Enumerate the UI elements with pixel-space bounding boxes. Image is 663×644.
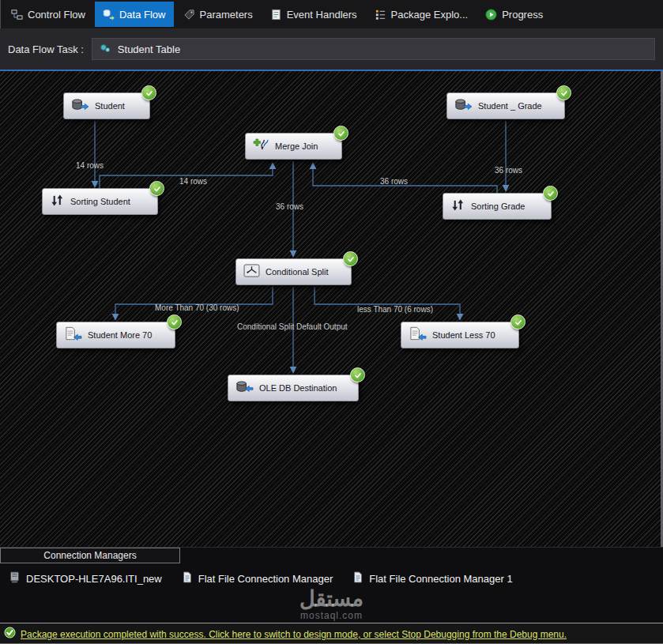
flat-file-connection-icon [353, 571, 363, 586]
tab-progress[interactable]: Progress [477, 2, 551, 27]
progress-icon [485, 9, 497, 21]
sort-icon [50, 194, 65, 210]
success-check-icon [350, 367, 365, 382]
parameters-icon [183, 9, 195, 21]
edge-label-rows: 36 rows [495, 166, 522, 175]
connection-manager-item[interactable]: Flat File Connection Manager [183, 571, 333, 586]
tab-package-explorer[interactable]: Package Explo... [367, 2, 477, 27]
success-check-icon [149, 181, 164, 196]
event-handlers-icon [270, 9, 282, 21]
tab-label: Progress [502, 9, 543, 21]
ole-db-destination-icon [235, 380, 254, 397]
edge-label-condition: less Than 70 (6 rows) [357, 305, 433, 314]
data-flow-canvas[interactable]: 14 rows 14 rows 36 rows 36 rows 36 rows … [0, 71, 663, 547]
edge-label-rows: 36 rows [380, 177, 408, 186]
merge-join-icon [253, 138, 269, 155]
success-check-icon [333, 126, 348, 141]
flat-file-destination-icon [409, 326, 427, 344]
connection-managers-tab[interactable]: Connection Managers [0, 548, 180, 563]
data-flow-task-selector[interactable]: Student Table [92, 38, 655, 60]
sort-icon [450, 198, 465, 215]
edge-label-rows: 14 rows [76, 161, 104, 170]
server-connection-icon [9, 571, 20, 586]
tab-label: Event Handlers [287, 9, 357, 21]
control-flow-icon [11, 9, 23, 21]
tab-parameters[interactable]: Parameters [175, 2, 261, 27]
package-explorer-icon [375, 9, 386, 21]
tab-label: Package Explo... [391, 9, 469, 21]
watermark-domain: mostaql.com [299, 610, 364, 621]
success-check-icon [141, 85, 156, 100]
node-sorting-grade[interactable]: Sorting Grade [443, 193, 552, 220]
tab-label: Parameters [200, 9, 253, 21]
node-merge-join[interactable]: Merge Join [245, 133, 342, 160]
ole-db-source-icon [454, 98, 473, 115]
data-flow-task-icon [99, 43, 111, 56]
designer-tab-bar: Control Flow Data Flow Parameters Event … [0, 0, 663, 28]
flat-file-destination-icon [64, 326, 82, 344]
success-check-icon [543, 186, 558, 201]
node-student-more-70[interactable]: Student More 70 [56, 322, 175, 348]
data-flow-task-label: Data Flow Task : [8, 43, 84, 55]
ssis-designer-window: Control Flow Data Flow Parameters Event … [0, 0, 663, 644]
success-check-icon [556, 85, 571, 100]
node-student-grade-source[interactable]: Student _ Grade [446, 92, 565, 119]
connection-managers-panel: Connection Managers DESKTOP-HLE7A96.ITI_… [0, 547, 663, 623]
node-conditional-split[interactable]: Conditional Split [235, 258, 352, 285]
data-flow-task-value: Student Table [118, 43, 180, 55]
tab-data-flow[interactable]: Data Flow [95, 2, 174, 27]
node-sorting-student[interactable]: Sorting Student [42, 188, 158, 215]
edge-label-default-output: Conditional Split Default Output [237, 322, 348, 331]
conditional-split-icon [243, 264, 260, 281]
debug-status-bar: Package execution completed with success… [0, 623, 663, 644]
watermark-title: مستقل [299, 588, 364, 610]
success-check-icon [167, 314, 182, 330]
connection-manager-item[interactable]: Flat File Connection Manager 1 [353, 571, 512, 586]
tab-control-flow[interactable]: Control Flow [3, 2, 93, 27]
success-check-icon [510, 314, 526, 330]
node-student-less-70[interactable]: Student Less 70 [401, 322, 519, 348]
watermark: مستقل mostaql.com [299, 588, 364, 621]
connection-manager-item[interactable]: DESKTOP-HLE7A96.ITI_new [9, 571, 162, 586]
node-student-source[interactable]: Student [63, 92, 150, 119]
tab-event-handlers[interactable]: Event Handlers [262, 2, 365, 27]
stop-debugging-link[interactable]: Package execution completed with success… [21, 629, 567, 640]
success-check-icon [4, 627, 16, 642]
success-check-icon [343, 251, 358, 266]
flat-file-connection-icon [183, 571, 192, 586]
tab-label: Data Flow [119, 9, 166, 21]
edge-label-rows: 14 rows [179, 177, 207, 186]
data-flow-task-bar: Data Flow Task : Student Table [0, 28, 663, 71]
data-flow-icon [103, 9, 115, 21]
connection-managers-list: DESKTOP-HLE7A96.ITI_new Flat File Connec… [0, 563, 663, 586]
edge-label-rows: 36 rows [276, 202, 303, 211]
tab-label: Control Flow [28, 9, 85, 21]
edge-label-condition: More Than 70 (30 rows) [155, 303, 239, 312]
ole-db-source-icon [71, 98, 89, 115]
node-ole-db-destination[interactable]: OLE DB Destination [228, 375, 359, 401]
